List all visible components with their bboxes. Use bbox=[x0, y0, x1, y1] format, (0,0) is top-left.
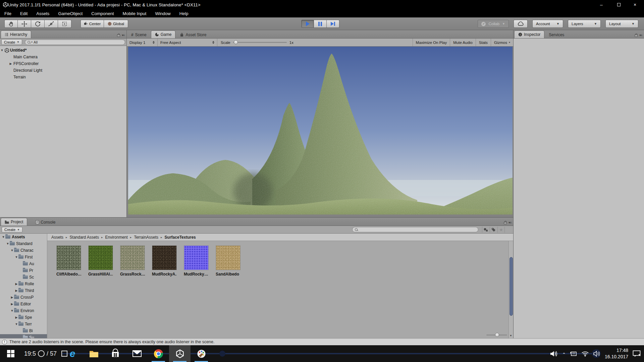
hierarchy-item-terrain[interactable]: Terrain bbox=[0, 74, 126, 80]
disclosure-triangle[interactable]: ▼ bbox=[1, 235, 5, 239]
layout-dropdown[interactable]: Layout▼ bbox=[605, 20, 638, 28]
pane-menu-icon[interactable]: ▾≡ bbox=[639, 34, 642, 37]
menu-assets[interactable]: Assets bbox=[32, 11, 54, 16]
tree-item-characters[interactable]: ▼Charac bbox=[0, 247, 47, 254]
tree-item-surfacetextures[interactable]: Su bbox=[0, 334, 47, 338]
scale-slider[interactable] bbox=[233, 42, 287, 43]
maximize-button[interactable] bbox=[611, 0, 627, 9]
mute-audio-button[interactable]: Mute Audio bbox=[450, 39, 476, 46]
search-by-label-button[interactable] bbox=[490, 227, 497, 233]
tab-scene[interactable]: # Scene bbox=[127, 31, 150, 38]
hierarchy-create-button[interactable]: Create▼ bbox=[1, 39, 22, 45]
disclosure-triangle[interactable]: ▶ bbox=[14, 316, 18, 319]
taskbar-app-store[interactable] bbox=[105, 345, 126, 362]
collab-dropdown[interactable]: ✓ Collab▼ bbox=[478, 20, 509, 28]
taskbar-app-chrome[interactable] bbox=[148, 345, 169, 362]
asset-item[interactable]: GrassHillAl… bbox=[88, 245, 113, 338]
asset-item[interactable]: MudRockyA… bbox=[152, 245, 177, 338]
tab-game[interactable]: Game bbox=[151, 31, 176, 38]
lock-icon[interactable] bbox=[117, 35, 120, 37]
tree-item-thirdperson[interactable]: ▶Third bbox=[0, 287, 47, 294]
scale-slider-knob[interactable] bbox=[234, 40, 238, 44]
taskbar-app-mail[interactable] bbox=[126, 345, 148, 362]
tree-item-audio[interactable]: Au bbox=[0, 260, 47, 267]
tray-wifi-icon[interactable] bbox=[581, 351, 589, 357]
breadcrumb-item[interactable]: Environment bbox=[105, 235, 134, 240]
disclosure-triangle[interactable]: ▶ bbox=[14, 289, 18, 292]
rect-tool-button[interactable] bbox=[58, 20, 71, 28]
display-select[interactable]: Display 1 bbox=[127, 39, 158, 46]
step-button[interactable] bbox=[327, 20, 339, 28]
search-by-type-button[interactable] bbox=[482, 227, 489, 233]
hierarchy-scene-row[interactable]: ▼ Untitled* bbox=[0, 47, 126, 54]
project-create-button[interactable]: Create▼ bbox=[2, 227, 22, 233]
menu-window[interactable]: Window bbox=[151, 11, 175, 16]
asset-item[interactable]: GrassRock… bbox=[120, 245, 145, 338]
tray-speaker-icon[interactable] bbox=[550, 351, 558, 357]
status-bar[interactable]: ! There are 2 audio listeners in the sce… bbox=[0, 338, 644, 345]
menu-help[interactable]: Help bbox=[175, 11, 193, 16]
tree-item-crossplatform[interactable]: ▶CrossP bbox=[0, 294, 47, 301]
asset-item[interactable]: MudRocky… bbox=[184, 245, 209, 338]
action-center-icon[interactable] bbox=[633, 350, 641, 357]
disclosure-triangle[interactable]: ▶ bbox=[10, 296, 14, 299]
favorites-button[interactable]: ★ bbox=[497, 227, 505, 233]
menu-mobile-input[interactable]: Mobile Input bbox=[118, 11, 151, 16]
hierarchy-search-input[interactable]: ▾ All bbox=[25, 40, 125, 45]
taskbar-app-recorder[interactable] bbox=[191, 345, 212, 362]
taskbar-app-edge[interactable]: e bbox=[62, 345, 83, 362]
tray-volume-icon[interactable] bbox=[593, 351, 600, 357]
menu-gameobject[interactable]: GameObject bbox=[54, 11, 87, 16]
breadcrumb-item[interactable]: Assets bbox=[51, 235, 70, 240]
lock-icon[interactable] bbox=[504, 222, 507, 224]
menu-file[interactable]: File bbox=[0, 11, 16, 16]
tab-console[interactable]: Console bbox=[32, 219, 59, 226]
disclosure-triangle[interactable]: ▼ bbox=[6, 242, 10, 245]
tree-item-scripts[interactable]: Sc bbox=[0, 274, 47, 281]
disclosure-triangle[interactable]: ▼ bbox=[14, 322, 18, 326]
hand-tool-button[interactable] bbox=[4, 20, 18, 28]
tray-input-indicator-icon[interactable] bbox=[570, 351, 577, 356]
tree-item-assets[interactable]: ▼Assets bbox=[0, 234, 47, 240]
taskbar-app-unity[interactable] bbox=[169, 345, 191, 362]
rotate-tool-button[interactable] bbox=[31, 20, 45, 28]
asset-item[interactable]: SandAlbedo bbox=[216, 245, 240, 338]
tab-hierarchy[interactable]: Hierarchy bbox=[1, 31, 31, 38]
move-tool-button[interactable] bbox=[18, 20, 31, 28]
tree-item-environment[interactable]: ▼Environ bbox=[0, 307, 47, 314]
disclosure-triangle[interactable]: ▼ bbox=[14, 255, 18, 259]
pane-menu-icon[interactable]: ▾≡ bbox=[122, 34, 124, 37]
tray-chevron-up-icon[interactable]: ⌃ bbox=[562, 352, 566, 357]
lock-icon[interactable] bbox=[635, 35, 638, 37]
tree-item-standard-assets[interactable]: ▼Standard bbox=[0, 240, 47, 247]
maximize-on-play-button[interactable]: Maximize On Play bbox=[413, 39, 450, 46]
tab-project[interactable]: Project bbox=[1, 218, 27, 226]
thumbnail-size-knob[interactable] bbox=[495, 333, 499, 337]
breadcrumb-item[interactable]: SurfaceTextures bbox=[165, 235, 196, 240]
tree-item-billboards[interactable]: Bi bbox=[0, 327, 47, 334]
cloud-button[interactable] bbox=[514, 20, 528, 28]
disclosure-triangle[interactable]: ▼ bbox=[10, 309, 14, 312]
pivot-toggle-button[interactable]: Center bbox=[80, 20, 104, 28]
hierarchy-item-fpscontroller[interactable]: ▶ FPSController bbox=[0, 60, 126, 67]
asset-item[interactable]: CliffAlbedo… bbox=[56, 245, 81, 338]
disclosure-triangle[interactable]: ▼ bbox=[0, 49, 4, 52]
project-search-input[interactable] bbox=[352, 227, 478, 232]
tree-item-editor[interactable]: ▶Editor bbox=[0, 301, 47, 307]
tree-item-prefabs[interactable]: Pr bbox=[0, 267, 47, 274]
tree-item-firstperson[interactable]: ▼First bbox=[0, 254, 47, 260]
layers-dropdown[interactable]: Layers▼ bbox=[568, 20, 601, 28]
tree-item-speedtree[interactable]: ▶Spe bbox=[0, 314, 47, 321]
tray-clock[interactable]: 17:48 16.10.2017 bbox=[605, 347, 628, 360]
pause-button[interactable] bbox=[314, 20, 327, 28]
tab-services[interactable]: Services bbox=[545, 31, 568, 38]
play-button[interactable] bbox=[301, 20, 314, 28]
breadcrumb-item[interactable]: Standard Assets bbox=[70, 235, 105, 240]
hierarchy-item-directional-light[interactable]: Directional Light bbox=[0, 67, 126, 74]
tree-item-terrainassets[interactable]: ▼Terr bbox=[0, 321, 47, 327]
tab-asset-store[interactable]: Asset Store bbox=[176, 31, 210, 38]
disclosure-triangle[interactable]: ▶ bbox=[9, 62, 13, 65]
tab-inspector[interactable]: i Inspector bbox=[514, 31, 544, 38]
disclosure-triangle[interactable]: ▶ bbox=[14, 282, 18, 286]
space-toggle-button[interactable]: Global bbox=[104, 20, 128, 28]
